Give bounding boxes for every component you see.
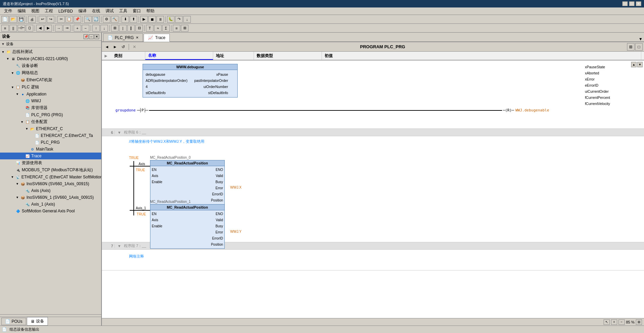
menu-file[interactable]: 文件 bbox=[1, 7, 15, 15]
tb2-20[interactable]: ≡ bbox=[173, 25, 180, 32]
expand-sv660-1[interactable]: ▼ bbox=[16, 196, 19, 199]
expand-sv660[interactable]: ▼ bbox=[16, 182, 19, 186]
tree-item-ethercat-rack[interactable]: 📦 EtherCAT机架 bbox=[0, 76, 101, 84]
tb2-7[interactable]: → bbox=[55, 25, 62, 32]
tree-item-diag[interactable]: 🔧 设备诊断 bbox=[0, 62, 101, 69]
tree-item-network[interactable]: ▼ 🌐 网络组态 bbox=[0, 69, 101, 76]
panel-close-button[interactable]: ✕ bbox=[94, 34, 99, 39]
save-button[interactable]: 💾 bbox=[18, 16, 25, 23]
expand-application[interactable]: ▼ bbox=[16, 92, 19, 96]
tb2-14[interactable]: | bbox=[119, 25, 127, 32]
menu-compile[interactable]: 编译 bbox=[76, 7, 89, 15]
paste-button[interactable]: 📌 bbox=[74, 16, 81, 23]
pause-button[interactable]: ⏸ bbox=[157, 16, 164, 23]
tb2-11[interactable]: ↑ bbox=[92, 25, 100, 32]
expand-task-config[interactable]: ▼ bbox=[20, 120, 24, 124]
redo-button[interactable]: ↪ bbox=[47, 16, 54, 23]
tree-item-trace[interactable]: 📈 Trace bbox=[0, 153, 101, 159]
zoom-out-button[interactable]: − bbox=[619, 319, 625, 325]
tb2-10[interactable]: − bbox=[82, 25, 89, 32]
tb2-21[interactable]: ⊞ bbox=[181, 25, 188, 32]
tree-item-ethercat-c[interactable]: ▼ 📂 ETHERCAT_C bbox=[0, 125, 101, 132]
tab-plc-prg-close[interactable]: ✕ bbox=[136, 36, 139, 39]
upload-button[interactable]: ⬆ bbox=[130, 16, 137, 23]
tb2-18[interactable]: ≈ bbox=[154, 25, 162, 32]
open-button[interactable]: 📂 bbox=[10, 16, 17, 23]
tree-item-modbus[interactable]: 🔌 MODBUS_TCP (ModbusTCP本地从站) bbox=[0, 166, 101, 174]
menu-edit[interactable]: 编辑 bbox=[15, 7, 29, 15]
compile-button[interactable]: ⚙ bbox=[103, 16, 110, 23]
menu-tools[interactable]: 工具 bbox=[116, 7, 130, 15]
tree-item-axis-1[interactable]: 🔩 Axis_1 (Axis) bbox=[0, 201, 101, 208]
expand-root[interactable]: ▼ bbox=[1, 50, 5, 54]
seg6-expand[interactable]: ▼ bbox=[117, 130, 121, 135]
copy-button[interactable]: 📋 bbox=[66, 16, 73, 23]
tree-item-device[interactable]: ▼ 🖥 Device (AC801-0221-U0R0) bbox=[0, 55, 101, 62]
tab-pous[interactable]: 📄 POUs bbox=[1, 318, 26, 325]
tb2-17[interactable]: T bbox=[146, 25, 153, 32]
tree-item-wwj[interactable]: 🌐 WWJ bbox=[0, 98, 101, 104]
zoom-reset-button[interactable]: ⊞ bbox=[636, 319, 642, 325]
tb2-6[interactable]: ▶ bbox=[44, 25, 52, 32]
tab-devices[interactable]: 🖥 设备 bbox=[27, 317, 48, 326]
run-button[interactable]: ▶ bbox=[140, 16, 148, 23]
tb2-16[interactable]: ⊟ bbox=[135, 25, 143, 32]
scroll-down-btn[interactable]: ▼ bbox=[637, 62, 643, 67]
undo-button[interactable]: ↩ bbox=[39, 16, 46, 23]
close-button[interactable]: ✕ bbox=[636, 1, 641, 6]
tree-item-root[interactable]: ▼ 📁 总线补测试 bbox=[0, 48, 101, 55]
tree-item-sv660-1[interactable]: ▼ 📦 InoSV660N_1 (SV660_1Axis_00915) bbox=[0, 194, 101, 201]
code-area[interactable]: ▲ ▼ WWW.debuguse debugpause bbox=[102, 60, 644, 318]
seg7-expand[interactable]: ▼ bbox=[117, 244, 121, 248]
collapse-arrow[interactable]: ▶ bbox=[105, 54, 111, 58]
stop-button[interactable]: ⏹ bbox=[148, 16, 156, 23]
replace-button[interactable]: 🔄 bbox=[92, 16, 100, 23]
tree-item-task-config[interactable]: ▼ 📋 任务配置 bbox=[0, 118, 101, 125]
scroll-up-btn[interactable]: ▲ bbox=[631, 62, 637, 67]
tb2-3[interactable]: ⊣⊢ bbox=[18, 25, 25, 32]
rt-action2[interactable]: □ bbox=[635, 43, 643, 51]
expand-device[interactable]: ▼ bbox=[6, 57, 10, 60]
cut-button[interactable]: ✂ bbox=[57, 16, 65, 23]
menu-view[interactable]: 视图 bbox=[29, 7, 42, 15]
tb2-13[interactable]: ⊞ bbox=[111, 25, 118, 32]
menu-help[interactable]: 帮助 bbox=[144, 7, 157, 15]
tree-item-axis[interactable]: 🔩 Axis (Axis) bbox=[0, 187, 101, 194]
tb2-8[interactable]: ⇒ bbox=[63, 25, 71, 32]
expand-network[interactable]: ▼ bbox=[11, 71, 14, 75]
menu-window[interactable]: 窗口 bbox=[130, 7, 144, 15]
tree-item-maintask[interactable]: ⚙ MainTask bbox=[0, 146, 101, 153]
tb2-9[interactable]: + bbox=[74, 25, 81, 32]
tab-dropdown[interactable]: ▼ bbox=[639, 37, 643, 41]
tree-item-ethercat-master[interactable]: ▼ 📡 ETHERCAT_C (EtherCAT Master SoftMoti… bbox=[0, 174, 101, 180]
menu-project[interactable]: 工程 bbox=[42, 7, 56, 15]
tb2-12[interactable]: ↓ bbox=[100, 25, 108, 32]
step-over-button[interactable]: ↷ bbox=[175, 16, 183, 23]
rt-forward-button[interactable]: ► bbox=[111, 43, 119, 51]
tree-item-plc-logic[interactable]: ▼ 📋 PLC 逻辑 bbox=[0, 84, 101, 91]
build-button[interactable]: 🔨 bbox=[111, 16, 118, 23]
zoom-in-button[interactable]: + bbox=[611, 319, 617, 325]
print-button[interactable]: 🖨 bbox=[28, 16, 36, 23]
tree-item-sv660[interactable]: ▼ 📦 InoSV660N (SV660_1Axis_00915) bbox=[0, 180, 101, 187]
rt-close-button[interactable]: ✕ bbox=[131, 43, 138, 51]
step-into-button[interactable]: ↓ bbox=[183, 16, 191, 23]
tree-item-application[interactable]: ▼ ● Application bbox=[0, 91, 101, 98]
cursor-button[interactable]: ↖ bbox=[604, 319, 610, 325]
rt-action1[interactable]: ⊞ bbox=[627, 43, 634, 51]
rt-refresh-button[interactable]: ↺ bbox=[119, 43, 127, 51]
expand-ethercat-master[interactable]: ▼ bbox=[11, 175, 14, 179]
menu-ldfbd[interactable]: LD/FBD bbox=[56, 8, 76, 14]
tab-plc-prg[interactable]: 📄 PLC_PRG ✕ bbox=[103, 33, 143, 41]
menu-debug[interactable]: 调试 bbox=[103, 7, 116, 15]
tb2-15[interactable]: ‖ bbox=[127, 25, 135, 32]
tb2-1[interactable]: ≡ bbox=[1, 25, 9, 32]
tb2-19[interactable]: Σ bbox=[162, 25, 170, 32]
tree-item-plc-prg[interactable]: 📄 PLC_PRG (PRG) bbox=[0, 111, 101, 118]
expand-plc-logic[interactable]: ▼ bbox=[11, 86, 14, 89]
tb2-4[interactable]: ⟨⟩ bbox=[26, 25, 33, 32]
download-button[interactable]: ⬇ bbox=[122, 16, 129, 23]
panel-float-button[interactable]: ─ bbox=[89, 34, 94, 39]
panel-pin-button[interactable]: 📌 bbox=[84, 34, 88, 39]
find-button[interactable]: 🔍 bbox=[84, 16, 92, 23]
